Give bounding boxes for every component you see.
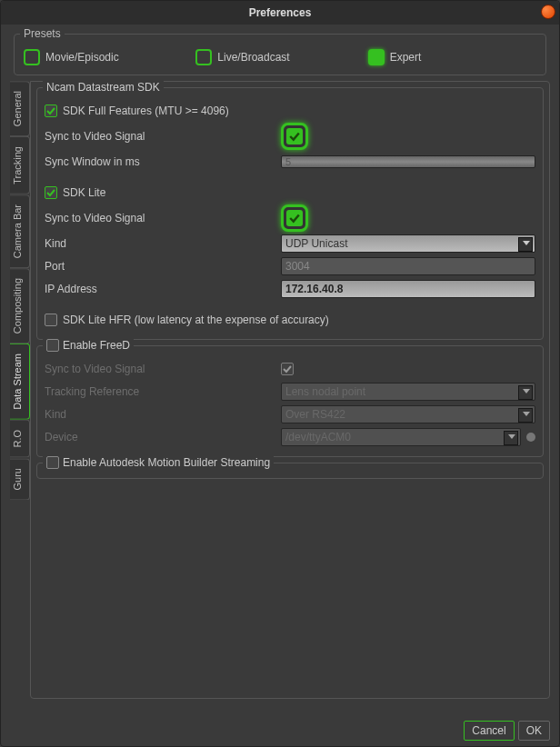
vertical-tabs: General Tracking Camera Bar Compositing … (10, 81, 30, 699)
sync-video2-label: Sync to Video Signal (45, 212, 145, 224)
sdk-lite-label: SDK Lite (63, 186, 105, 199)
freed-kind-label: Kind (45, 408, 66, 421)
tab-content: Ncam Datastream SDK SDK Full Features (M… (30, 81, 550, 699)
preset-movie-checkbox[interactable] (24, 49, 40, 65)
freed-section-title: Enable FreeD (63, 339, 130, 352)
kind-dropdown[interactable]: UDP Unicast (281, 234, 535, 253)
presets-group: Presets Movie/Episodic Live/Broadcast Ex… (14, 34, 546, 75)
tab-ro[interactable]: R.O (10, 420, 30, 458)
freed-device-label: Device (45, 431, 78, 443)
preset-expert-label: Expert (390, 51, 422, 64)
preferences-window: Preferences Presets Movie/Episodic Live/… (0, 0, 560, 747)
sync-video2-checkbox[interactable] (281, 204, 308, 232)
tab-data-stream[interactable]: Data Stream (10, 344, 30, 420)
freed-enable-checkbox[interactable] (46, 339, 59, 352)
titlebar: Preferences (1, 1, 559, 25)
sync-video1-label: Sync to Video Signal (45, 130, 145, 143)
freed-ref-label: Tracking Reference (45, 385, 139, 398)
sync-video1-checkbox[interactable] (281, 123, 308, 150)
preset-movie-label: Movie/Episodic (45, 51, 119, 64)
amb-enable-checkbox[interactable] (46, 456, 59, 469)
kind-label: Kind (45, 237, 66, 250)
cancel-button[interactable]: Cancel (464, 721, 514, 741)
close-icon[interactable] (541, 5, 555, 19)
sdk-full-checkbox[interactable] (45, 105, 57, 117)
preset-live-label: Live/Broadcast (217, 51, 289, 64)
tab-compositing[interactable]: Compositing (10, 268, 30, 344)
freed-device-dropdown[interactable]: /dev/ttyACM0 (281, 428, 521, 446)
ok-button[interactable]: OK (518, 721, 550, 741)
amb-section-title: Enable Autodesk Motion Builder Streaming (63, 456, 270, 469)
chevron-down-icon (523, 412, 530, 416)
device-status-icon (526, 433, 535, 442)
ip-label: IP Address (45, 283, 97, 295)
sdk-hfr-label: SDK Lite HFR (low latency at the expense… (63, 314, 329, 326)
chevron-down-icon (523, 389, 530, 393)
tab-tracking[interactable]: Tracking (10, 136, 30, 194)
freed-sync-checkbox[interactable] (281, 363, 294, 375)
freed-sync-label: Sync to Video Signal (45, 363, 145, 375)
window-title: Preferences (249, 6, 312, 19)
freed-section: Enable FreeD Sync to Video Signal Tracki… (36, 345, 544, 457)
tab-guru[interactable]: Guru (10, 458, 30, 500)
chevron-down-icon (523, 241, 530, 245)
preset-expert-checkbox[interactable] (368, 49, 385, 65)
presets-label: Presets (20, 27, 65, 40)
freed-ref-dropdown[interactable]: Lens nodal point (281, 383, 535, 401)
amb-section: Enable Autodesk Motion Builder Streaming (36, 463, 544, 479)
port-input[interactable]: 3004 (281, 257, 535, 275)
tab-general[interactable]: General (10, 81, 30, 136)
port-label: Port (45, 260, 65, 273)
sdk-section: Ncam Datastream SDK SDK Full Features (M… (36, 87, 544, 340)
sdk-full-label: SDK Full Features (MTU >= 4096) (63, 105, 229, 117)
sdk-lite-checkbox[interactable] (45, 186, 57, 199)
sdk-section-title: Ncam Datastream SDK (43, 81, 164, 94)
sync-window-label: Sync Window in ms (45, 155, 140, 168)
chevron-down-icon (508, 434, 515, 439)
sync-window-slider[interactable]: 5 (281, 155, 535, 168)
sdk-hfr-checkbox[interactable] (45, 314, 57, 326)
preset-live-checkbox[interactable] (195, 49, 212, 65)
freed-kind-dropdown[interactable]: Over RS422 (281, 405, 535, 423)
ip-input[interactable]: 172.16.40.8 (281, 280, 535, 298)
tab-camera-bar[interactable]: Camera Bar (10, 194, 30, 268)
